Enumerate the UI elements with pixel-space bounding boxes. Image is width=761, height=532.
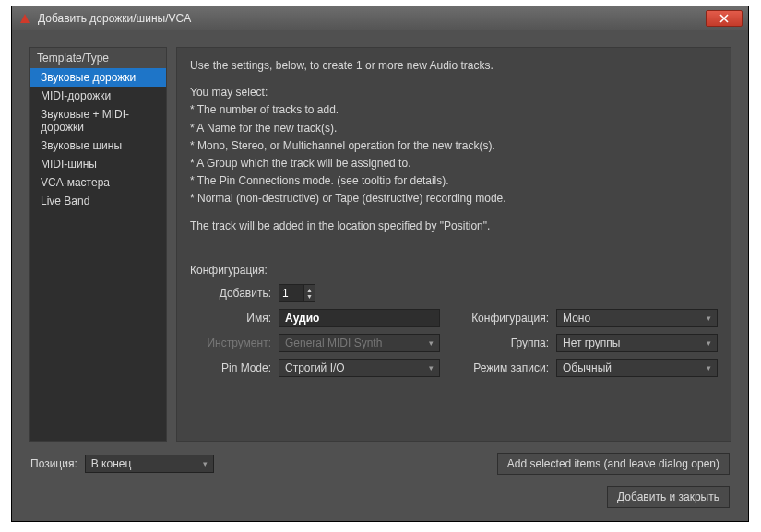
info-bullet: * The number of tracks to add. <box>190 101 718 119</box>
add-keep-open-button[interactable]: Add selected items (and leave dialog ope… <box>497 453 730 475</box>
config-grid: Добавить: ▲▼ Имя: Конфигурация: Моно▾ Ин… <box>190 284 718 377</box>
info-footer: The track will be added in the location … <box>190 218 718 235</box>
info-bullet: * The Pin Connections mode. (see tooltip… <box>190 172 718 190</box>
add-and-close-button[interactable]: Добавить и закрыть <box>607 486 730 508</box>
info-bullet: * Normal (non-destructive) or Tape (dest… <box>190 190 718 207</box>
add-label: Добавить: <box>190 287 271 300</box>
spin-buttons[interactable]: ▲▼ <box>304 284 315 302</box>
group-label: Группа: <box>447 337 549 349</box>
sidebar-item-label: Live Band <box>41 195 89 207</box>
sidebar-item-label: MIDI-дорожки <box>41 89 111 102</box>
pinmode-label: Pin Mode: <box>190 361 271 374</box>
sidebar-header: Template/Type <box>30 48 166 68</box>
sidebar-item-live-band[interactable]: Live Band <box>30 192 166 210</box>
chevron-down-icon: ▾ <box>429 363 434 372</box>
sidebar-list: Звуковые дорожки MIDI-дорожки Звуковые +… <box>30 68 166 441</box>
name-input[interactable] <box>279 309 440 327</box>
instrument-select: General MIDI Synth▾ <box>279 334 440 352</box>
window-title: Добавить дорожки/шины/VCA <box>38 12 706 25</box>
pinmode-select[interactable]: Строгий I/O▾ <box>279 359 440 377</box>
select-value: В конец <box>91 457 132 470</box>
position-label: Позиция: <box>30 457 77 470</box>
titlebar: Добавить дорожки/шины/VCA <box>12 6 748 30</box>
sidebar-item-audio-midi-tracks[interactable]: Звуковые + MIDI-дорожки <box>30 105 166 136</box>
app-icon <box>18 11 32 26</box>
select-value: Строгий I/O <box>285 361 345 374</box>
chevron-down-icon: ▾ <box>429 338 434 348</box>
config-mode-label: Конфигурация: <box>447 312 549 325</box>
chevron-down-icon: ▾ <box>707 313 711 323</box>
position-select[interactable]: В конец▾ <box>85 455 214 473</box>
sidebar-item-midi-tracks[interactable]: MIDI-дорожки <box>30 87 166 105</box>
dialog-window: Добавить дорожки/шины/VCA Template/Type … <box>11 6 749 522</box>
sidebar-item-label: Звуковые + MIDI-дорожки <box>41 108 129 134</box>
info-bullet: * A Name for the new track(s). <box>190 120 718 137</box>
footer-row-2: Добавить и закрыть <box>29 486 731 508</box>
chevron-down-icon: ▾ <box>203 459 208 468</box>
chevron-down-icon: ▾ <box>707 338 711 348</box>
config-mode-select[interactable]: Моно▾ <box>556 309 718 327</box>
sidebar: Template/Type Звуковые дорожки MIDI-доро… <box>29 47 167 442</box>
group-select[interactable]: Нет группы▾ <box>556 334 718 352</box>
main-panel: Use the settings, below, to create 1 or … <box>176 47 731 442</box>
sidebar-item-vca-masters[interactable]: VCA-мастера <box>30 173 166 192</box>
sidebar-item-midi-busses[interactable]: MIDI-шины <box>30 155 166 173</box>
sidebar-item-label: Звуковые шины <box>41 139 122 152</box>
add-count-input[interactable] <box>279 284 304 302</box>
dialog-content: Template/Type Звуковые дорожки MIDI-доро… <box>12 30 748 521</box>
sidebar-item-audio-tracks[interactable]: Звуковые дорожки <box>30 68 166 87</box>
close-button[interactable] <box>706 10 743 27</box>
info-may-select: You may select: <box>190 84 718 101</box>
info-bullet: * Mono, Stereo, or Multichannel operatio… <box>190 137 718 155</box>
info-intro: Use the settings, below, to create 1 or … <box>190 57 718 75</box>
select-value: Обычный <box>563 361 612 374</box>
name-label: Имя: <box>190 312 271 325</box>
sidebar-item-label: VCA-мастера <box>41 176 110 189</box>
config-section: Конфигурация: Добавить: ▲▼ Имя: Конфигур… <box>177 254 731 390</box>
sidebar-item-label: MIDI-шины <box>41 158 97 171</box>
sidebar-item-audio-busses[interactable]: Звуковые шины <box>30 136 166 155</box>
chevron-down-icon: ▾ <box>707 363 711 372</box>
instrument-label: Инструмент: <box>190 337 271 349</box>
info-bullet: * A Group which the track will be assign… <box>190 155 718 172</box>
sidebar-item-label: Звуковые дорожки <box>41 71 136 84</box>
select-value: General MIDI Synth <box>285 337 382 349</box>
recmode-select[interactable]: Обычный▾ <box>556 359 718 377</box>
info-text: Use the settings, below, to create 1 or … <box>177 48 731 254</box>
footer-row-1: Позиция: В конец▾ Add selected items (an… <box>29 453 731 475</box>
position-group: Позиция: В конец▾ <box>30 455 214 473</box>
select-value: Моно <box>563 312 590 325</box>
add-count-stepper[interactable]: ▲▼ <box>279 284 440 302</box>
recmode-label: Режим записи: <box>447 361 549 374</box>
upper-area: Template/Type Звуковые дорожки MIDI-доро… <box>29 47 731 442</box>
select-value: Нет группы <box>563 337 620 349</box>
config-title: Конфигурация: <box>190 264 718 277</box>
